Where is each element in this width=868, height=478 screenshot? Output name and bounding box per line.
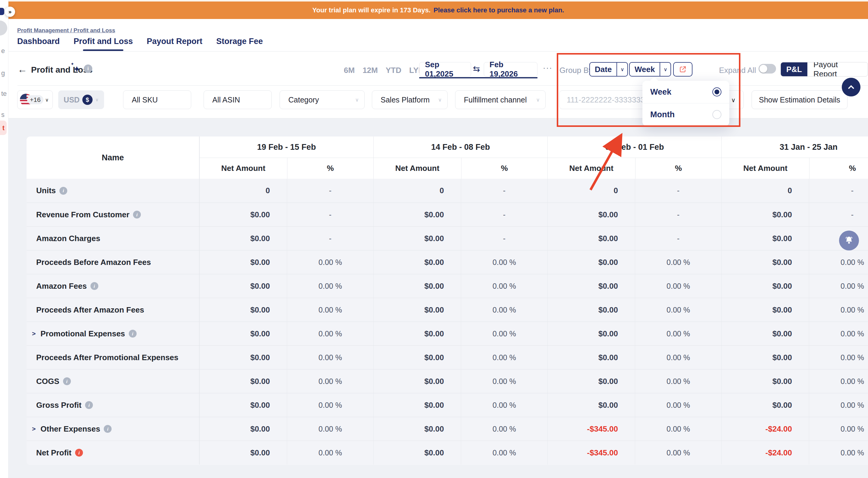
sku-filter[interactable]: All SKU xyxy=(123,91,191,109)
percent-header[interactable]: % xyxy=(635,158,722,179)
percent-cell: 0.00 % xyxy=(287,417,373,441)
back-button[interactable]: ← xyxy=(18,64,27,75)
trial-banner: Your trial plan will expire in 173 Days.… xyxy=(8,1,868,19)
percent-cell: - xyxy=(635,203,721,226)
fulfillment-filter[interactable]: Fulfillment channel∨ xyxy=(455,91,546,109)
page-title: Profit and Loss xyxy=(31,65,93,75)
quick-range-6m[interactable]: 6M xyxy=(344,66,355,75)
payout-report-segment[interactable]: Payout Report xyxy=(807,62,868,76)
percent-cell: - xyxy=(461,179,548,203)
info-icon[interactable]: i xyxy=(84,65,92,73)
net-amount-header[interactable]: Net Amount xyxy=(374,158,461,179)
net-amount-header[interactable]: Net Amount xyxy=(200,158,287,179)
table-row-revenue-from-customer: Revenue From Customeri$0.00-$0.00-$0.00-… xyxy=(27,203,868,226)
percent-cell: 0.00 % xyxy=(287,322,373,345)
notification-bell-button[interactable] xyxy=(839,231,859,250)
net-amount-cell: $0.00 xyxy=(548,393,635,417)
scroll-to-top-button[interactable] xyxy=(842,78,861,97)
net-amount-header[interactable]: Net Amount xyxy=(722,158,809,179)
tab-storage-fee[interactable]: Storage Fee xyxy=(216,37,263,51)
net-amount-cell: $0.00 xyxy=(373,370,461,393)
pl-segment[interactable]: P&L xyxy=(781,62,807,76)
app-screen: egtes t » Your trial plan will expire in… xyxy=(0,0,868,478)
tab-dashboard[interactable]: Dashboard xyxy=(17,37,60,51)
info-icon[interactable]: i xyxy=(129,330,136,338)
date-to-field[interactable]: Feb 19,2026 xyxy=(484,62,537,76)
collapsed-sidebar: egtes t xyxy=(0,0,8,478)
period-column-group: 14 Feb - 08 FebNet Amount% xyxy=(373,137,548,179)
percent-header[interactable]: % xyxy=(287,158,374,179)
percent-cell: 0.00 % xyxy=(809,346,868,369)
net-amount-cell: -$24.00 xyxy=(721,417,809,441)
sidebar-item-highlighted[interactable]: t xyxy=(0,121,7,135)
sidebar-clipped-label: t xyxy=(2,124,4,132)
expand-row-chevron-icon[interactable]: > xyxy=(32,330,36,337)
row-label: Revenue From Customer xyxy=(36,210,129,219)
row-name-cell: Revenue From Customeri xyxy=(27,203,199,226)
radio-unselected-icon[interactable] xyxy=(712,110,721,119)
tab-payout-report[interactable]: Payout Report xyxy=(147,37,203,51)
net-amount-cell: $0.00 xyxy=(548,274,635,298)
table-row-promotional-expenses: >Promotional Expensesi$0.000.00 %$0.000.… xyxy=(27,321,868,345)
more-options-button[interactable]: ··· xyxy=(543,63,553,73)
info-icon[interactable]: i xyxy=(133,211,141,218)
period-header[interactable]: 19 Feb - 15 Feb xyxy=(200,137,373,158)
breadcrumb[interactable]: Profit Management / Profit and Loss xyxy=(17,27,115,34)
quick-range-ytd[interactable]: YTD xyxy=(386,66,401,75)
expand-all-toggle[interactable] xyxy=(758,64,776,73)
marketplace-filter[interactable]: +16 ∨ xyxy=(17,91,53,109)
date-from-field[interactable]: Sep 01,2025 xyxy=(419,62,471,76)
group-by-field-dropdown[interactable]: Date ∨ xyxy=(589,62,628,76)
purchase-plan-link[interactable]: Please click here to purchase a new plan… xyxy=(434,6,564,14)
group-by-interval-dropdown[interactable]: Week ∨ xyxy=(629,62,671,76)
quick-range-12m[interactable]: 12M xyxy=(363,66,378,75)
info-icon[interactable]: i xyxy=(59,187,67,195)
group-by-option-label: Week xyxy=(650,88,671,97)
asin-filter[interactable]: All ASIN xyxy=(204,91,272,109)
period-subheader-row: Net Amount% xyxy=(722,158,868,179)
percent-cell: 0.00 % xyxy=(461,322,548,345)
open-in-new-button[interactable] xyxy=(673,62,692,76)
percent-cell: - xyxy=(287,179,373,203)
currency-filter[interactable]: USD $ ∨ xyxy=(58,91,104,109)
category-filter[interactable]: Category∨ xyxy=(280,91,365,109)
net-amount-cell: $0.00 xyxy=(721,227,809,250)
name-column-header[interactable]: Name xyxy=(27,137,199,179)
net-amount-header[interactable]: Net Amount xyxy=(548,158,635,179)
row-label: Units xyxy=(36,186,56,195)
group-by-option-week[interactable]: Week xyxy=(642,81,729,103)
period-header[interactable]: 31 Jan - 25 Jan xyxy=(722,137,868,158)
percent-cell: 0.00 % xyxy=(809,417,868,441)
percent-header[interactable]: % xyxy=(461,158,548,179)
sidebar-expand-button[interactable]: » xyxy=(5,7,15,17)
percent-header[interactable]: % xyxy=(809,158,868,179)
net-amount-cell: $0.00 xyxy=(199,441,287,465)
show-estimation-details-button[interactable]: Show Estimation Details xyxy=(752,91,847,109)
tab-profit-and-loss[interactable]: Profit and Loss xyxy=(73,37,133,51)
percent-cell: - xyxy=(287,203,373,226)
info-icon[interactable]: i xyxy=(85,401,93,409)
row-name-cell: >Other Expensesi xyxy=(27,417,199,441)
swap-dates-icon[interactable]: ⇆ xyxy=(473,64,480,74)
main-area: Your trial plan will expire in 173 Days.… xyxy=(8,0,868,478)
alert-info-icon[interactable]: i xyxy=(75,449,83,456)
percent-cell: 0.00 % xyxy=(635,322,721,345)
group-by-option-month[interactable]: Month xyxy=(642,103,729,126)
period-header[interactable]: 14 Feb - 08 Feb xyxy=(374,137,548,158)
percent-cell: 0.00 % xyxy=(635,441,721,465)
net-amount-cell: $0.00 xyxy=(548,227,635,250)
info-icon[interactable]: i xyxy=(91,282,98,290)
row-name-cell: COGSi xyxy=(27,370,199,393)
asin-filter-value: All ASIN xyxy=(212,96,240,104)
period-subheader-row: Net Amount% xyxy=(200,158,373,179)
currency-code: USD xyxy=(64,96,80,104)
info-icon[interactable]: i xyxy=(104,425,112,433)
sales-platform-filter[interactable]: Sales Platform∨ xyxy=(372,91,447,109)
table-row-cogs: COGSi$0.000.00 %$0.000.00 %$0.000.00 %$0… xyxy=(27,369,868,393)
expand-row-chevron-icon[interactable]: > xyxy=(32,425,36,433)
radio-selected-icon[interactable] xyxy=(712,88,721,97)
info-icon[interactable]: i xyxy=(63,377,71,385)
net-amount-cell: $0.00 xyxy=(548,203,635,226)
period-header[interactable]: 07 Feb - 01 Feb xyxy=(548,137,721,158)
sales-platform-value: Sales Platform xyxy=(381,96,430,104)
